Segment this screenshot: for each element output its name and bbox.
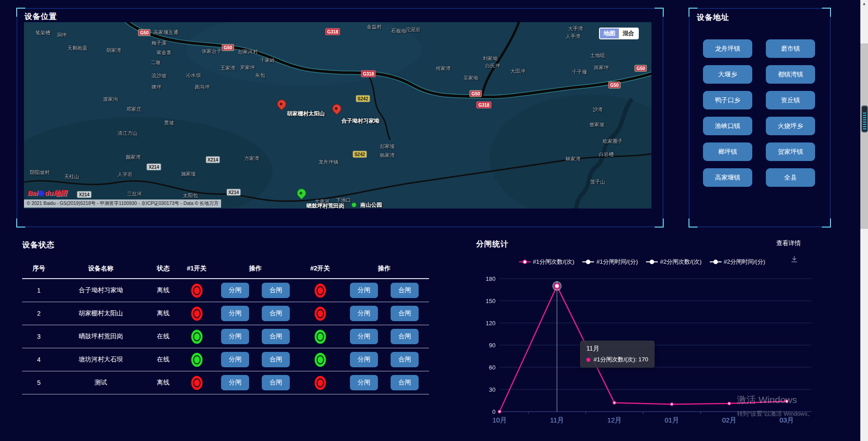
device-status: 离线	[146, 379, 180, 387]
map-type-control: 地图 混合	[599, 28, 639, 39]
map-type-option-map[interactable]: 地图	[600, 28, 619, 38]
switch2-indicator-cell	[298, 330, 342, 344]
town-button-6[interactable]: 资丘镇	[766, 91, 815, 109]
map-place-label: 渡家沟	[103, 96, 118, 103]
row-index: 3	[22, 333, 56, 340]
svg-text:120: 120	[486, 320, 495, 327]
road-badge: X214	[77, 191, 91, 198]
open-switch1-button[interactable]: 分闸	[221, 375, 249, 390]
page-scrollbar[interactable]: ▲	[860, 0, 868, 441]
map-place-label: 千子堰	[572, 69, 587, 76]
switch2-actions: 分闸合闸	[342, 352, 426, 367]
map-marker-label: 南山公园	[360, 201, 382, 209]
close-switch2-button[interactable]: 合闸	[391, 306, 419, 321]
close-switch2-button[interactable]: 合闸	[391, 352, 419, 367]
town-button-10[interactable]: 贺家坪镇	[766, 142, 815, 161]
svg-text:11月: 11月	[550, 416, 564, 424]
close-switch1-button[interactable]: 合闸	[262, 283, 290, 298]
town-button-4[interactable]: 都镇湾镇	[766, 65, 815, 84]
device-status-section: 设备状态 序号设备名称状态#1开关操作#2开关操作 1合子坳村习家坳离线分闸合闸…	[22, 240, 429, 394]
close-switch2-button[interactable]: 合闸	[391, 283, 419, 298]
panel-corner	[16, 8, 25, 17]
map-place-label: 清江方山	[118, 130, 137, 137]
map-type-option-hybrid[interactable]: 混合	[619, 28, 638, 38]
baidu-logo: Baidu地图	[28, 189, 67, 198]
road-badge: G50	[609, 81, 621, 88]
status-indicator-red	[315, 376, 326, 390]
switch2-indicator-cell	[298, 284, 342, 298]
device-name: 测试	[56, 379, 146, 387]
switch2-actions: 分闸合闸	[342, 306, 426, 321]
open-switch2-button[interactable]: 分闸	[350, 283, 378, 298]
close-switch1-button[interactable]: 合闸	[262, 329, 290, 344]
road-badge: G50	[222, 44, 234, 51]
status-indicator-green	[315, 330, 326, 344]
map-place-label: 沱泥岩	[406, 26, 420, 33]
close-switch2-button[interactable]: 合闸	[391, 329, 419, 344]
switch2-indicator-cell	[298, 353, 342, 367]
map-place-label: 邓家庄	[126, 105, 141, 112]
scrollbar-up-arrow-icon[interactable]: ▲	[860, 1, 868, 6]
table-row: 3晒鼓坪村荒田岗在线分闸合闸分闸合闸	[22, 325, 429, 348]
close-switch2-button[interactable]: 合闸	[391, 375, 419, 390]
status-section-title: 设备状态	[22, 240, 429, 250]
panel-corner	[689, 218, 698, 228]
column-header: 设备名称	[56, 265, 146, 273]
map-place-label: 梅子溪	[151, 40, 166, 47]
road-badge: X214	[206, 156, 220, 163]
town-button-12[interactable]: 全县	[766, 168, 815, 187]
open-switch1-button[interactable]: 分闸	[221, 283, 249, 298]
close-switch1-button[interactable]: 合闸	[262, 375, 290, 390]
map-place-label: 王家湾	[221, 64, 236, 71]
town-button-2[interactable]: 磨市镇	[766, 39, 815, 58]
column-header: 操作	[213, 265, 298, 273]
map-marker-label: 合子坳村习家坳	[341, 117, 379, 124]
status-indicator-green	[191, 330, 203, 344]
map-place-label: 施家垭	[181, 170, 196, 177]
scroll-indicator-widget[interactable]	[861, 105, 868, 133]
map-place-label: 欧家圈子	[603, 138, 623, 144]
map-attribution: © 2021 Baidu - GS(2019)5218号 - 甲测资字11009…	[24, 199, 221, 208]
map-dot-marker[interactable]	[352, 202, 357, 207]
town-button-5[interactable]: 鸭子口乡	[703, 91, 752, 109]
open-switch1-button[interactable]: 分闸	[221, 329, 249, 344]
view-details-link[interactable]: 查看详情	[776, 239, 801, 247]
map-place-label: 何家湾	[436, 65, 451, 72]
map-place-label: 大田冲	[510, 67, 525, 74]
town-button-11[interactable]: 高家堰镇	[703, 168, 752, 187]
town-button-1[interactable]: 龙舟坪镇	[703, 39, 752, 58]
open-switch2-button[interactable]: 分闸	[350, 329, 378, 344]
town-button-9[interactable]: 榔坪镇	[703, 142, 752, 161]
map-place-label: 跑马坪	[195, 83, 210, 90]
open-switch1-button[interactable]: 分闸	[221, 352, 249, 367]
scrollbar-thumb[interactable]	[860, 43, 868, 229]
column-header: 状态	[146, 265, 180, 273]
town-button-grid: 龙舟坪镇磨市镇大堰乡都镇湾镇鸭子口乡资丘镇渔峡口镇火烧坪乡榔坪镇贺家坪镇高家堰镇…	[703, 39, 817, 187]
map-place-label: 白氏坪	[485, 62, 500, 69]
open-switch2-button[interactable]: 分闸	[350, 306, 378, 321]
map-place-label: 林家湾	[566, 155, 580, 162]
road-badge: S242	[356, 95, 370, 102]
svg-text:150: 150	[486, 298, 495, 304]
baidu-map[interactable]: 笔架槽洞坪天鹅抱蛋胡家湾高家堰互通梅子溪紫金寨二墩流沙坡沁水坝张家台子彭家河村千…	[24, 22, 651, 209]
map-place-label: 颜家湾	[126, 153, 141, 160]
town-button-8[interactable]: 火烧坪乡	[766, 117, 815, 135]
close-switch1-button[interactable]: 合闸	[262, 352, 290, 367]
open-switch1-button[interactable]: 分闸	[221, 306, 249, 321]
switch2-indicator-cell	[298, 307, 342, 321]
open-switch2-button[interactable]: 分闸	[350, 352, 378, 367]
status-indicator-red	[315, 307, 326, 321]
close-switch1-button[interactable]: 合闸	[262, 306, 290, 321]
switch1-actions: 分闸合闸	[213, 329, 298, 344]
table-row: 2胡家棚村太阳山离线分闸合闸分闸合闸	[22, 302, 429, 325]
panel-corner	[16, 218, 25, 228]
row-index: 5	[22, 379, 56, 386]
map-place-label: 东包	[255, 72, 265, 79]
svg-text:03月: 03月	[779, 416, 794, 424]
open-switch2-button[interactable]: 分闸	[350, 375, 378, 390]
town-button-3[interactable]: 大堰乡	[703, 65, 752, 84]
road-badge: G50	[470, 90, 482, 97]
town-button-7[interactable]: 渔峡口镇	[703, 117, 752, 135]
trip-line-chart[interactable]: 030609012015018010月11月12月01月02月03月	[475, 251, 836, 432]
tooltip-series-dot	[586, 358, 590, 362]
